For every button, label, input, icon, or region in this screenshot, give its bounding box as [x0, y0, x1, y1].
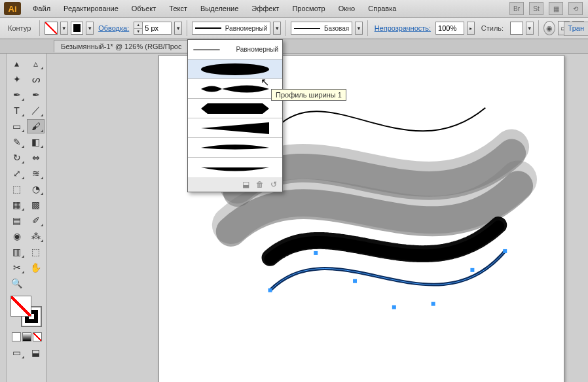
opacity-dropdown[interactable]: ▸	[467, 22, 475, 35]
mesh-tool[interactable]: ▩	[27, 198, 45, 212]
width-profile-6[interactable]	[188, 158, 282, 177]
width-profile-combo[interactable]: Равномерный	[192, 22, 271, 35]
menu-bar: Ai Файл Редактирование Объект Текст Выде…	[0, 0, 588, 18]
width-profile-5[interactable]	[188, 138, 282, 158]
stroke-weight-input[interactable]	[143, 22, 172, 35]
color-mode-none[interactable]	[33, 332, 42, 341]
brush-dropdown[interactable]: ▼	[355, 22, 363, 35]
fill-dropdown[interactable]: ▼	[60, 22, 68, 35]
width-profile-footer: ⬓ 🗑 ↺	[188, 177, 282, 192]
delete-profile-icon[interactable]: 🗑	[256, 180, 264, 189]
menu-file[interactable]: Файл	[28, 2, 56, 15]
width-profile-2[interactable]	[188, 79, 282, 99]
gradient-tool[interactable]: ▤	[8, 213, 26, 228]
stroke-panel-link[interactable]: Обводка:	[96, 24, 131, 32]
change-screen-tool[interactable]: ⬓	[27, 345, 45, 360]
color-mode-gradient[interactable]	[22, 332, 31, 341]
artboard-tool[interactable]: ⬚	[27, 245, 45, 259]
style-label: Стиль:	[477, 24, 507, 32]
eraser-tool[interactable]: ◧	[27, 135, 45, 149]
transform-panel-tab[interactable]: Тран	[564, 22, 588, 36]
menu-edit[interactable]: Редактирование	[58, 2, 124, 15]
paintbrush-tool[interactable]: 🖌	[27, 119, 45, 133]
width-profile-3[interactable]	[188, 99, 282, 118]
panel-strip[interactable]	[0, 54, 7, 382]
bridge-icon[interactable]: Br	[509, 2, 524, 15]
magic-wand-tool[interactable]: ✦	[8, 72, 26, 86]
selection-type-label: Контур	[4, 24, 35, 32]
width-profile-panel: Равномерный ⬓ 🗑 ↺	[187, 39, 283, 192]
opacity-link[interactable]: Непрозрачность:	[373, 24, 433, 32]
sync-icon[interactable]: ⟲	[568, 2, 583, 15]
width-tool[interactable]: ≋	[27, 166, 45, 181]
hand-tool[interactable]: ✋	[27, 260, 45, 275]
blend-tool[interactable]: ◉	[8, 229, 26, 243]
width-profile-dropdown[interactable]: ▼	[273, 22, 281, 35]
selection-tool[interactable]: ▴	[8, 56, 26, 71]
toolbox: ▴▵ ✦ᔕ ✒✒ T／ ▭🖌 ✎◧ ↻⇔ ⤢≋ ⬚◔ ▦▩ ▤✐ ◉⁂ ▥⬚ ✂…	[7, 54, 47, 382]
width-profile-1[interactable]	[188, 60, 282, 79]
canvas-area[interactable]	[47, 54, 588, 382]
reset-profile-icon[interactable]: ↺	[270, 180, 277, 189]
shape-builder-tool[interactable]: ◔	[27, 182, 45, 196]
width-profile-tooltip: Профиль ширины 1	[271, 89, 346, 101]
menu-view[interactable]: Просмотр	[287, 2, 330, 15]
fill-swatch[interactable]	[45, 22, 58, 35]
svg-point-8	[201, 63, 269, 75]
eyedropper-tool[interactable]: ✐	[27, 213, 45, 228]
style-swatch[interactable]	[510, 22, 523, 35]
pencil-tool[interactable]: ✎	[8, 135, 26, 149]
brush-combo[interactable]: Базовая	[291, 22, 352, 35]
svg-rect-2	[353, 279, 357, 283]
svg-rect-6	[503, 249, 507, 253]
reflect-tool[interactable]: ⇔	[27, 150, 45, 165]
width-profile-4[interactable]	[188, 118, 282, 138]
svg-rect-3	[392, 305, 396, 309]
main-area: ▴▵ ✦ᔕ ✒✒ T／ ▭🖌 ✎◧ ↻⇔ ⤢≋ ⬚◔ ▦▩ ▤✐ ◉⁂ ▥⬚ ✂…	[0, 54, 588, 382]
save-profile-icon[interactable]: ⬓	[242, 180, 249, 189]
stroke-swatch[interactable]	[71, 22, 84, 35]
stock-icon[interactable]: St	[529, 2, 543, 15]
document-tab[interactable]: Безымянный-1* @ 126% (RGB/Прос	[54, 40, 189, 52]
scale-tool[interactable]: ⤢	[8, 166, 26, 181]
opacity-input[interactable]	[435, 22, 464, 35]
pen-tool[interactable]: ✒	[8, 88, 26, 102]
stroke-weight-field[interactable]: ▲▼	[134, 22, 172, 35]
print-tiling-tool[interactable]	[27, 276, 45, 290]
menu-window[interactable]: Окно	[333, 2, 361, 15]
svg-rect-0	[268, 288, 272, 292]
slice-tool[interactable]: ✂	[8, 260, 26, 275]
rectangle-tool[interactable]: ▭	[8, 119, 26, 133]
arrange-icon[interactable]: ▦	[549, 2, 563, 15]
screen-mode-tool[interactable]: ▭	[8, 345, 26, 360]
line-tool[interactable]: ／	[27, 103, 45, 118]
stroke-dropdown[interactable]: ▼	[86, 22, 94, 35]
type-tool[interactable]: T	[8, 103, 26, 118]
rotate-tool[interactable]: ↻	[8, 150, 26, 165]
curvature-tool[interactable]: ✒	[27, 88, 45, 102]
menu-effect[interactable]: Эффект	[246, 2, 284, 15]
direct-selection-tool[interactable]: ▵	[27, 56, 45, 71]
perspective-tool[interactable]: ▦	[8, 198, 26, 212]
svg-rect-4	[432, 302, 435, 306]
color-mode-solid[interactable]	[12, 332, 21, 341]
menu-object[interactable]: Объект	[126, 2, 161, 15]
width-profile-uniform[interactable]: Равномерный	[188, 40, 282, 60]
symbol-sprayer-tool[interactable]: ⁂	[27, 229, 45, 243]
svg-rect-5	[470, 268, 474, 272]
zoom-tool[interactable]: 🔍	[8, 276, 26, 290]
lasso-tool[interactable]: ᔕ	[27, 72, 45, 86]
menu-text[interactable]: Текст	[164, 2, 193, 15]
recolor-button[interactable]: ◉	[543, 21, 555, 35]
control-bar: Контур ▼ ▼ Обводка: ▲▼ ▼ Равномерный ▼ Б…	[0, 18, 588, 39]
menu-select[interactable]: Выделение	[195, 2, 244, 15]
free-transform-tool[interactable]: ⬚	[8, 182, 26, 196]
color-mode-row	[8, 332, 45, 341]
width-profile-uniform-label: Равномерный	[236, 46, 278, 53]
column-graph-tool[interactable]: ▥	[8, 245, 26, 259]
document-bar: Безымянный-1* @ 126% (RGB/Прос	[0, 39, 588, 54]
fill-stroke-indicator[interactable]	[10, 296, 43, 328]
style-dropdown[interactable]: ▼	[526, 22, 534, 35]
stroke-weight-dropdown[interactable]: ▼	[174, 22, 182, 35]
menu-help[interactable]: Справка	[363, 2, 401, 15]
